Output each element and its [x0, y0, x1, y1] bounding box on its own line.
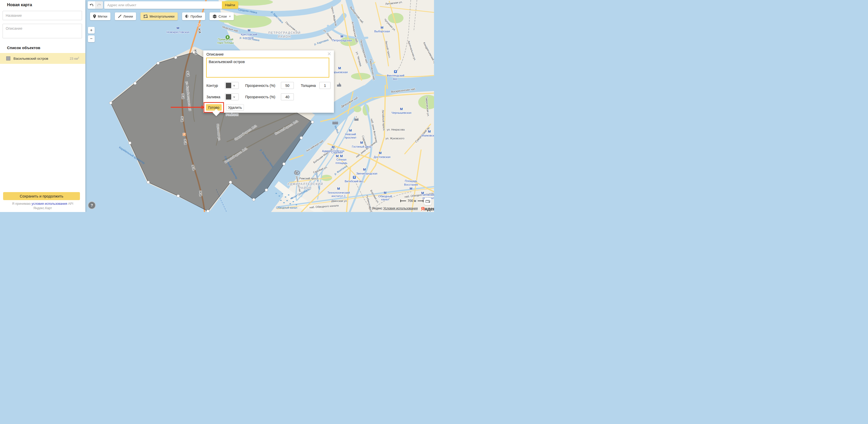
yandex-logo-ya: Я [421, 206, 425, 211]
copyright-text: © Яндекс [369, 206, 382, 210]
outline-settings-row: Контур ∨ Прозрачность (%) Толщина [207, 82, 331, 89]
delete-button[interactable]: Удалить [226, 104, 244, 111]
save-and-continue-button[interactable]: Сохранить и продолжить [3, 192, 80, 200]
chevron-down-icon: ∨ [233, 96, 235, 98]
scale-line-left [400, 201, 406, 201]
polygon-vertex-handle[interactable] [252, 198, 255, 201]
polygon-description-textarea[interactable]: Васильевский остров [206, 58, 329, 77]
outline-color-select[interactable]: ∨ [225, 82, 239, 89]
terms-suffix: API [67, 202, 73, 205]
fill-label: Заливка [207, 95, 220, 99]
scale-label: 700 м [408, 199, 416, 203]
polygon-vertex-handle[interactable] [174, 56, 177, 59]
ruler-icon [426, 200, 430, 203]
map-description-input[interactable] [3, 24, 82, 38]
fill-settings-row: Заливка ∨ Прозрачность (%) [207, 93, 331, 100]
ruler-button[interactable] [424, 198, 431, 205]
undo-redo-group[interactable] [88, 1, 103, 9]
object-area: 23 км2 [70, 56, 79, 61]
chevron-down-icon: ∨ [233, 84, 235, 87]
objects-list-heading: Список объектов [7, 45, 85, 50]
map-name-input[interactable] [3, 11, 82, 20]
search-input[interactable] [104, 1, 222, 9]
scale-line-right [418, 201, 424, 201]
close-icon[interactable]: ✕ [327, 52, 331, 56]
tool-layers-label: Слои [219, 14, 227, 19]
help-button[interactable]: ? [88, 201, 96, 209]
yandex-logo-rest: ндекс [425, 206, 434, 211]
outline-color-swatch [226, 83, 231, 88]
terms-note: Я принимаю условия использования API Янд… [0, 202, 85, 210]
pin-icon [93, 14, 96, 19]
polygon-vertex-handle[interactable] [311, 121, 314, 124]
object-name: Васильевский остров [13, 57, 70, 61]
sidebar: Новая карта Список объектов Васильевский… [0, 0, 85, 212]
zoom-in-button[interactable]: + [88, 27, 95, 34]
object-list-item[interactable]: Васильевский остров 23 км2 [0, 53, 85, 64]
tool-polygons[interactable]: Многоугольники [141, 12, 178, 20]
terms-of-use-link[interactable]: Условия использования [383, 206, 418, 210]
tool-markers[interactable]: Метки [90, 12, 111, 20]
redo-icon [97, 3, 101, 7]
polygon-properties-dialog: Описание ✕ Васильевский остров Контур ∨ … [203, 51, 334, 113]
tool-markers-label: Метки [98, 14, 107, 19]
tool-traffic[interactable]: Пробки [182, 12, 205, 20]
search-button[interactable]: Найти [222, 1, 238, 9]
polygon-vertex-handle[interactable] [134, 82, 136, 85]
polygon-vertex-handle[interactable] [300, 136, 303, 139]
polygon-vertex-handle[interactable] [229, 181, 232, 184]
search-bar[interactable]: Найти [104, 1, 238, 9]
tool-polygons-label: Многоугольники [150, 14, 174, 19]
outline-opacity-input[interactable] [281, 82, 294, 89]
tool-lines[interactable]: Линии [115, 12, 136, 20]
fill-opacity-input[interactable] [281, 93, 294, 100]
undo-button[interactable] [88, 1, 95, 9]
thickness-input[interactable] [319, 82, 331, 89]
polygon-vertex-handle[interactable] [283, 163, 285, 165]
outline-label: Контур [207, 84, 218, 88]
outline-opacity-label: Прозрачность (%) [245, 84, 275, 88]
tools-row: Метки Линии Многоугольники Пробки Слои ∨ [90, 12, 234, 20]
dialog-title: Описание [207, 52, 224, 56]
polygon-vertex-handle[interactable] [147, 181, 150, 184]
terms-line2: Яндекс.Карт [0, 206, 85, 210]
object-color-swatch [6, 56, 10, 61]
undo-icon [90, 3, 94, 7]
page-title: Новая карта [7, 3, 85, 7]
thickness-label: Толщина [301, 84, 316, 88]
layers-icon [213, 14, 217, 19]
terms-prefix: Я принимаю [12, 202, 32, 205]
polygon-vertex-handle[interactable] [193, 51, 195, 54]
polygon-vertex-handle[interactable] [207, 210, 210, 212]
traffic-icon [185, 14, 189, 18]
fill-color-select[interactable]: ∨ [225, 93, 239, 100]
tool-traffic-label: Пробки [191, 14, 202, 19]
chevron-down-icon: ∨ [229, 15, 231, 18]
yandex-logo: Яндекс [421, 206, 434, 212]
polygon-vertex-handle[interactable] [110, 102, 112, 104]
tool-layers[interactable]: Слои ∨ [210, 12, 234, 20]
polygon-vertex-handle[interactable] [128, 142, 131, 144]
redo-button[interactable] [95, 1, 103, 9]
terms-link[interactable]: условия использования [32, 202, 67, 205]
tool-lines-label: Линии [123, 14, 133, 19]
map-attribution: © Яндекс Условия использования [369, 206, 418, 210]
done-button[interactable]: Готово [206, 104, 222, 111]
fill-color-swatch [226, 94, 231, 100]
zoom-out-button[interactable]: − [88, 35, 95, 42]
line-icon [118, 14, 122, 18]
scale-bar: 700 м [400, 199, 424, 203]
polygon-vertex-handle[interactable] [265, 189, 268, 192]
polygon-vertex-handle[interactable] [157, 62, 160, 65]
fill-opacity-label: Прозрачность (%) [245, 95, 275, 99]
polygon-icon [144, 14, 148, 18]
annotation-arrow [171, 107, 202, 108]
polygon-vertex-handle[interactable] [177, 195, 180, 198]
